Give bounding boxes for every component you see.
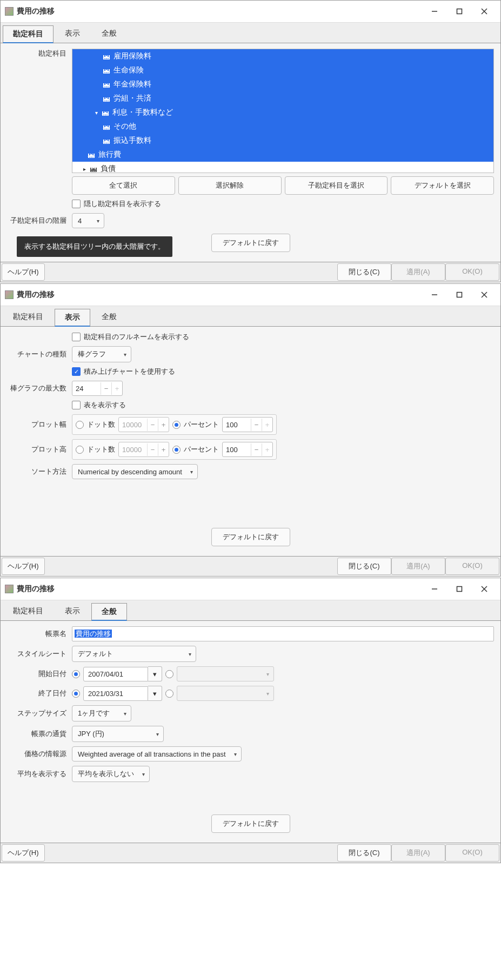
dialog-footer: ヘルプ(H) 閉じる(C) 適用(A) OK(O) — [1, 843, 500, 863]
start-date-relative-select — [177, 666, 274, 681]
maximize-button[interactable] — [447, 581, 471, 597]
close-button[interactable] — [472, 581, 496, 597]
plot-height-label: プロット高 — [7, 445, 72, 454]
minimize-button[interactable] — [423, 581, 446, 597]
tree-item[interactable]: 生命保険 — [72, 63, 493, 77]
currency-label: 帳票の通貨 — [7, 729, 72, 739]
reset-defaults-button[interactable]: デフォルトに戻す — [211, 234, 290, 252]
end-date-relative-radio[interactable] — [165, 690, 173, 698]
increment-button[interactable]: + — [262, 443, 272, 456]
width-dots-radio[interactable] — [76, 421, 84, 429]
tab-display[interactable]: 表示 — [55, 309, 90, 327]
show-avg-select[interactable]: 平均を表示しない — [72, 766, 150, 782]
dots-label: ドット数 — [87, 420, 115, 429]
collapse-icon[interactable]: ▾ — [95, 110, 102, 116]
titlebar: 費用の推移 — [1, 578, 500, 600]
start-date-input[interactable]: 2007/04/01 — [83, 667, 148, 681]
decrement-button[interactable]: − — [251, 443, 262, 456]
stacked-checkbox[interactable]: ✓ — [72, 367, 81, 376]
end-date-absolute-radio[interactable] — [72, 690, 80, 698]
tab-display[interactable]: 表示 — [55, 602, 90, 620]
help-button[interactable]: ヘルプ(H) — [2, 263, 45, 281]
close-button[interactable] — [472, 4, 496, 19]
tab-general[interactable]: 全般 — [91, 603, 127, 621]
tree-item[interactable]: ▸負債 — [72, 162, 493, 173]
width-percent-spinner[interactable]: 100−+ — [222, 417, 273, 432]
expand-icon[interactable]: ▸ — [83, 166, 90, 172]
height-percent-spinner[interactable]: 100−+ — [222, 442, 273, 457]
sort-select[interactable]: Numerical by descending amount — [72, 464, 198, 479]
accounts-label: 勘定科目 — [7, 49, 72, 58]
close-button[interactable] — [472, 287, 496, 302]
end-date-picker-button[interactable]: ▾ — [148, 686, 162, 701]
increment-button[interactable]: + — [262, 419, 272, 431]
minimize-button[interactable] — [423, 287, 446, 302]
fullname-checkbox[interactable] — [72, 333, 81, 341]
height-dots-radio[interactable] — [76, 446, 84, 454]
show-hidden-label: 隠し勘定科目を表示する — [84, 199, 161, 209]
select-children-button[interactable]: 子勘定科目を選択 — [285, 176, 388, 195]
ok-button[interactable]: OK(O) — [445, 844, 499, 862]
tree-item[interactable]: 振込手数料 — [72, 134, 493, 148]
increment-button[interactable]: + — [111, 382, 122, 395]
tab-accounts[interactable]: 勘定科目 — [3, 602, 54, 620]
maximize-button[interactable] — [447, 4, 471, 19]
price-source-select[interactable]: Weighted average of all transactions in … — [72, 746, 242, 762]
show-avg-label: 平均を表示する — [7, 769, 72, 779]
tree-item[interactable]: その他 — [72, 120, 493, 134]
tree-item[interactable]: 年金保険料 — [72, 77, 493, 91]
apply-button[interactable]: 適用(A) — [391, 263, 445, 281]
decrement-button[interactable]: − — [101, 382, 111, 395]
stylesheet-select[interactable]: デフォルト — [72, 646, 196, 662]
tree-item[interactable]: 労組・共済 — [72, 91, 493, 105]
tree-item[interactable]: 旅行費 — [72, 148, 493, 162]
start-date-picker-button[interactable]: ▾ — [148, 666, 162, 681]
apply-button[interactable]: 適用(A) — [391, 558, 445, 575]
maximize-button[interactable] — [447, 287, 471, 302]
report-name-label: 帳票名 — [7, 629, 72, 639]
step-size-select[interactable]: 1ヶ月です — [72, 705, 131, 721]
depth-select[interactable]: 4 — [72, 213, 104, 228]
show-table-checkbox[interactable] — [72, 401, 81, 409]
tree-item[interactable]: ▾利息・手数料など — [72, 105, 493, 120]
width-dots-spinner: 10000−+ — [118, 417, 169, 432]
account-icon — [103, 137, 110, 144]
height-percent-radio[interactable] — [172, 446, 181, 454]
tree-item[interactable]: 雇用保険料 — [72, 49, 493, 63]
tab-general[interactable]: 全般 — [91, 25, 127, 43]
close-dialog-button[interactable]: 閉じる(C) — [337, 558, 391, 575]
currency-select[interactable]: JPY (円) — [72, 726, 164, 742]
clear-all-button[interactable]: 選択解除 — [178, 176, 282, 195]
width-percent-radio[interactable] — [172, 421, 181, 429]
tab-accounts[interactable]: 勘定科目 — [3, 308, 54, 326]
select-default-button[interactable]: デフォルトを選択 — [391, 176, 494, 195]
reset-defaults-button[interactable]: デフォルトに戻す — [211, 815, 290, 833]
select-all-button[interactable]: 全て選択 — [72, 176, 175, 195]
decrement-button[interactable]: − — [251, 419, 262, 431]
ok-button[interactable]: OK(O) — [445, 263, 499, 281]
tab-general[interactable]: 全般 — [91, 308, 127, 326]
tab-display[interactable]: 表示 — [55, 25, 90, 43]
start-date-absolute-radio[interactable] — [72, 670, 80, 678]
chart-type-select[interactable]: 棒グラフ — [72, 346, 131, 362]
account-tree[interactable]: 雇用保険料 生命保険 年金保険料 労組・共済 ▾利息・手数料など その他 振込手… — [72, 49, 494, 173]
end-date-input[interactable]: 2021/03/31 — [83, 686, 148, 701]
show-hidden-checkbox[interactable] — [72, 200, 81, 208]
close-dialog-button[interactable]: 閉じる(C) — [337, 263, 391, 281]
help-button[interactable]: ヘルプ(H) — [2, 844, 45, 862]
app-icon — [5, 7, 14, 16]
close-dialog-button[interactable]: 閉じる(C) — [337, 844, 391, 862]
dots-label: ドット数 — [87, 445, 115, 454]
report-name-input[interactable]: 費用の推移 — [72, 626, 494, 641]
account-icon — [103, 81, 110, 88]
max-bars-spinner[interactable]: 24 − + — [72, 381, 123, 396]
start-date-relative-radio[interactable] — [165, 670, 173, 678]
help-button[interactable]: ヘルプ(H) — [2, 558, 45, 575]
apply-button[interactable]: 適用(A) — [391, 844, 445, 862]
start-date-label: 開始日付 — [7, 669, 72, 679]
minimize-button[interactable] — [423, 4, 446, 19]
price-source-label: 価格の情報源 — [7, 749, 72, 759]
reset-defaults-button[interactable]: デフォルトに戻す — [211, 528, 290, 546]
ok-button[interactable]: OK(O) — [445, 558, 499, 575]
tab-accounts[interactable]: 勘定科目 — [3, 25, 54, 43]
